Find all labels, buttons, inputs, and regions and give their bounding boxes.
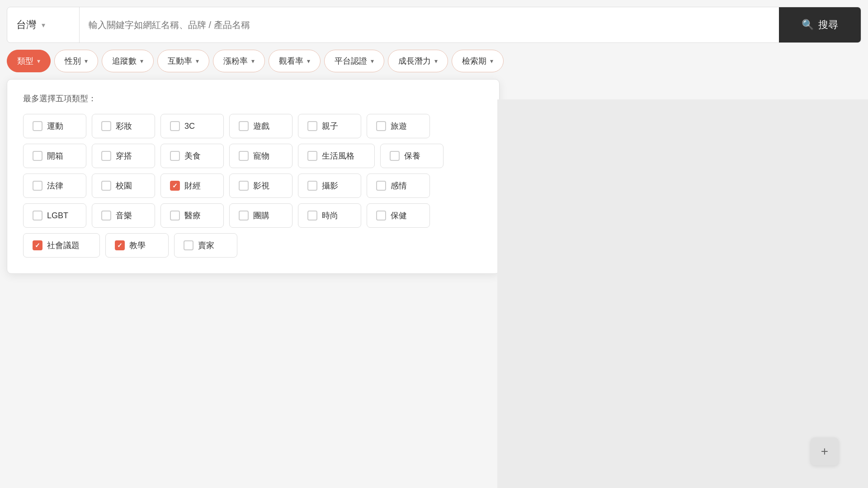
- checkbox-label: 財經: [184, 180, 201, 191]
- checkbox-box-音樂: [101, 211, 111, 221]
- filter-label: 追蹤數: [112, 56, 137, 66]
- filter-btn-followers[interactable]: 追蹤數▾: [102, 50, 154, 72]
- filter-btn-growth[interactable]: 漲粉率▾: [213, 50, 265, 72]
- filter-btn-engagement[interactable]: 互動率▾: [157, 50, 209, 72]
- chevron-down-icon: ▾: [140, 57, 143, 65]
- checkbox-item-攝影[interactable]: 攝影: [298, 174, 361, 198]
- checkbox-box-寵物: [239, 151, 249, 161]
- chevron-down-icon: ▾: [434, 57, 438, 65]
- region-select[interactable]: 台灣 ▾: [7, 7, 80, 42]
- filter-label: 平台認證: [335, 56, 367, 66]
- checkbox-box-親子: [307, 121, 317, 131]
- checkbox-item-校園[interactable]: 校園: [92, 174, 155, 198]
- checkbox-label: 美食: [184, 150, 201, 161]
- checkbox-item-賣家[interactable]: 賣家: [174, 233, 237, 258]
- search-input[interactable]: [80, 7, 779, 42]
- checkbox-box-攝影: [307, 181, 317, 191]
- right-panel: +: [497, 99, 868, 488]
- checkbox-item-保健[interactable]: 保健: [367, 203, 430, 228]
- checkbox-box-時尚: [307, 211, 317, 221]
- filter-btn-category[interactable]: 類型▾: [7, 50, 51, 72]
- checkbox-item-教學[interactable]: 教學: [105, 233, 169, 258]
- checkbox-item-3C[interactable]: 3C: [160, 114, 224, 138]
- checkbox-box-影視: [239, 181, 249, 191]
- checkbox-item-醫療[interactable]: 醫療: [160, 203, 224, 228]
- checkbox-row-2: 法律校園財經影視攝影感情: [23, 174, 483, 198]
- checkbox-label: 法律: [47, 180, 63, 191]
- search-button-label: 搜尋: [818, 18, 838, 32]
- filter-label: 性別: [65, 56, 81, 66]
- checkbox-item-親子[interactable]: 親子: [298, 114, 361, 138]
- search-icon: 🔍: [802, 19, 814, 31]
- checkbox-label: 教學: [129, 240, 146, 251]
- filter-label: 互動率: [168, 56, 192, 66]
- checkbox-item-音樂[interactable]: 音樂: [92, 203, 155, 228]
- checkbox-item-法律[interactable]: 法律: [23, 174, 86, 198]
- checkbox-label: 攝影: [322, 180, 338, 191]
- checkbox-item-美食[interactable]: 美食: [160, 144, 224, 168]
- chevron-down-icon: ▾: [42, 21, 45, 29]
- checkbox-item-旅遊[interactable]: 旅遊: [367, 114, 430, 138]
- checkbox-label: 寵物: [253, 150, 269, 161]
- checkbox-label: 醫療: [184, 210, 201, 221]
- checkbox-item-彩妝[interactable]: 彩妝: [92, 114, 155, 138]
- checkbox-box-LGBT: [33, 211, 42, 221]
- checkbox-box-生活風格: [307, 151, 317, 161]
- chevron-down-icon: ▾: [37, 57, 40, 65]
- chevron-down-icon: ▾: [85, 57, 88, 65]
- add-button[interactable]: +: [811, 437, 839, 465]
- search-button[interactable]: 🔍 搜尋: [779, 7, 861, 42]
- checkbox-item-LGBT[interactable]: LGBT: [23, 203, 86, 228]
- checkbox-box-美食: [170, 151, 180, 161]
- checkbox-row-4: 社會議題教學賣家: [23, 233, 483, 258]
- checkbox-box-教學: [115, 240, 125, 250]
- checkbox-row-0: 運動彩妝3C遊戲親子旅遊: [23, 114, 483, 138]
- filter-bar: 類型▾性別▾追蹤數▾互動率▾漲粉率▾觀看率▾平台認證▾成長潛力▾檢索期▾: [0, 43, 868, 79]
- chevron-down-icon: ▾: [307, 57, 310, 65]
- checkbox-label: 感情: [391, 180, 407, 191]
- checkbox-box-3C: [170, 121, 180, 131]
- checkbox-item-影視[interactable]: 影視: [229, 174, 292, 198]
- checkbox-item-遊戲[interactable]: 遊戲: [229, 114, 292, 138]
- checkbox-item-保養[interactable]: 保養: [380, 144, 443, 168]
- checkbox-label: 影視: [253, 180, 269, 191]
- checkbox-item-財經[interactable]: 財經: [160, 174, 224, 198]
- checkbox-box-運動: [33, 121, 42, 131]
- filter-btn-potential[interactable]: 成長潛力▾: [388, 50, 448, 72]
- filter-btn-search_rank[interactable]: 檢索期▾: [452, 50, 504, 72]
- checkbox-label: 3C: [184, 122, 195, 131]
- checkbox-box-保健: [376, 211, 386, 221]
- filter-btn-platform[interactable]: 平台認證▾: [324, 50, 384, 72]
- checkbox-box-社會議題: [33, 240, 42, 250]
- checkbox-label: 團購: [253, 210, 269, 221]
- checkbox-box-感情: [376, 181, 386, 191]
- checkbox-item-穿搭[interactable]: 穿搭: [92, 144, 155, 168]
- checkbox-label: 遊戲: [253, 121, 269, 131]
- filter-btn-views[interactable]: 觀看率▾: [269, 50, 321, 72]
- checkbox-item-寵物[interactable]: 寵物: [229, 144, 292, 168]
- checkbox-label: 親子: [322, 121, 338, 131]
- filter-label: 類型: [17, 56, 33, 66]
- checkbox-box-財經: [170, 181, 180, 191]
- checkbox-label: 生活風格: [322, 150, 354, 161]
- checkbox-item-開箱[interactable]: 開箱: [23, 144, 86, 168]
- checkbox-box-開箱: [33, 151, 42, 161]
- checkbox-label: 音樂: [116, 210, 132, 221]
- checkbox-label: 賣家: [198, 240, 214, 251]
- checkbox-item-運動[interactable]: 運動: [23, 114, 86, 138]
- filter-label: 檢索期: [462, 56, 486, 66]
- checkbox-item-生活風格[interactable]: 生活風格: [298, 144, 375, 168]
- checkbox-item-感情[interactable]: 感情: [367, 174, 430, 198]
- checkbox-box-賣家: [184, 240, 193, 250]
- checkbox-item-時尚[interactable]: 時尚: [298, 203, 361, 228]
- checkbox-label: 運動: [47, 121, 63, 131]
- checkbox-box-校園: [101, 181, 111, 191]
- category-dropdown-panel: 最多選擇五項類型： 運動彩妝3C遊戲親子旅遊開箱穿搭美食寵物生活風格保養法律校園…: [7, 79, 500, 274]
- checkbox-item-社會議題[interactable]: 社會議題: [23, 233, 100, 258]
- checkbox-label: 社會議題: [47, 240, 80, 251]
- checkbox-row-3: LGBT音樂醫療團購時尚保健: [23, 203, 483, 228]
- checkbox-item-團購[interactable]: 團購: [229, 203, 292, 228]
- checkbox-label: 開箱: [47, 150, 63, 161]
- filter-btn-gender[interactable]: 性別▾: [54, 50, 98, 72]
- search-bar: 台灣 ▾ 🔍 搜尋: [7, 7, 861, 43]
